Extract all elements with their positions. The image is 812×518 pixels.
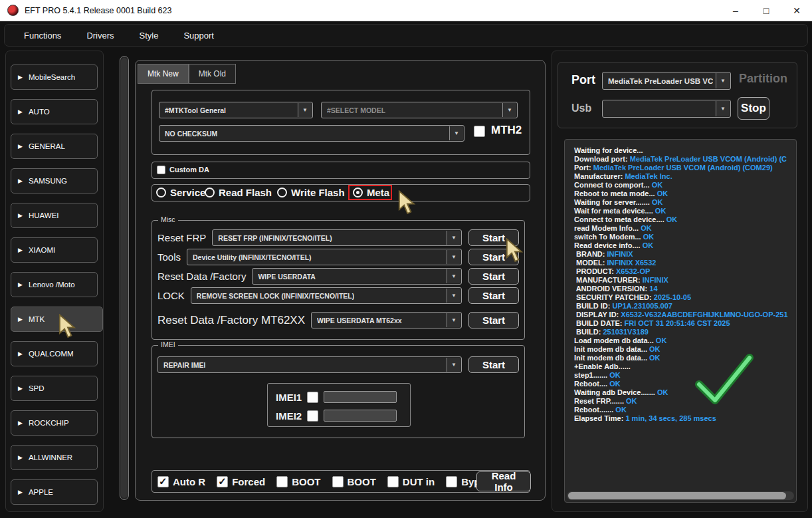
mode-service[interactable]: Service (156, 187, 205, 198)
imei1-input[interactable] (324, 391, 397, 403)
model-select[interactable]: #SELECT MODEL ▼ (321, 102, 518, 118)
sidebar-item-label: HUAWEI (29, 211, 59, 219)
reset-data-start-button[interactable]: Start (468, 268, 519, 285)
log-line-text: MODEL: (574, 259, 607, 267)
mth2-checkbox[interactable] (474, 126, 485, 137)
dut-option[interactable]: DUT in (387, 476, 435, 487)
sidebar-item-spd[interactable]: ▶SPD (11, 376, 98, 401)
log-line-text: switch To Modem... (574, 233, 643, 241)
menu-style[interactable]: Style (127, 31, 171, 41)
imei2-input[interactable] (324, 410, 397, 422)
tools-start-button[interactable]: Start (468, 249, 519, 265)
log-line-value: MediaTek PreLoader USB VCOM (Android) (C… (593, 164, 773, 172)
menu-functions[interactable]: Functions (11, 31, 74, 41)
menu-support[interactable]: Support (171, 31, 227, 41)
sidebar-item-huawei[interactable]: ▶HUAWEI (11, 203, 98, 228)
lock-select[interactable]: REMOVE SCREEN LOCK (INFINIX/TECNO/ITEL)▼ (191, 287, 462, 304)
mode-write-flash[interactable]: Write Flash (277, 187, 345, 198)
mode-label: Read Flash (219, 187, 272, 198)
repair-imei-start-button[interactable]: Start (468, 356, 519, 373)
sidebar-item-mobilesearch[interactable]: ▶MobileSearch (11, 65, 98, 90)
maximize-button[interactable]: □ (751, 0, 781, 21)
reset-data-select[interactable]: WIPE USERDATA▼ (252, 268, 462, 285)
tab-mtk-new[interactable]: Mtk New (138, 64, 189, 84)
boot2-option[interactable]: BOOT (332, 476, 376, 487)
sidebar-item-xiaomi[interactable]: ▶XIAOMI (11, 237, 98, 263)
port-label: Port (571, 73, 595, 87)
log-line: Download port: MediaTek PreLoader USB VC… (574, 155, 793, 164)
mode-label: Service (170, 187, 205, 198)
log-line: Waiting adb Device....... OK (574, 388, 793, 397)
tab-mtk-old[interactable]: Mtk Old (189, 64, 236, 84)
log-lines: Waiting for device...Download port: Medi… (574, 146, 793, 423)
main-vertical-scrollbar[interactable] (120, 56, 129, 500)
sidebar-item-lenovo-moto[interactable]: ▶Lenovo /Moto (11, 272, 98, 297)
reset-data-mt62xx-select[interactable]: WIPE USERDATA MT62xx▼ (311, 312, 462, 328)
sidebar-item-apple[interactable]: ▶APPLE (11, 479, 98, 505)
sidebar-item-qualcomm[interactable]: ▶QUALCOMM (11, 341, 98, 366)
success-checkmark-icon (692, 354, 756, 410)
imei1-checkbox[interactable] (307, 392, 318, 403)
tools-select[interactable]: Device Utility (INFINIX/TECNO/ITEL)▼ (187, 249, 462, 265)
usb-select[interactable]: ▼ (602, 100, 731, 118)
log-line: DISPLAY ID: X6532-V632AABCDEFGHIJKLMNO-U… (574, 311, 793, 319)
meta-highlight-box (348, 185, 392, 200)
read-info-button[interactable]: Read Info (476, 471, 531, 491)
log-line-value: 251031V3189 (603, 328, 649, 336)
chevron-down-icon: ▼ (447, 313, 460, 327)
minimize-button[interactable]: – (720, 0, 751, 21)
checksum-select-value: NO CHECKSUM (165, 130, 217, 138)
reset-frp-select-value: RESET FRP (INFINIX/TECNO/ITEL) (218, 234, 332, 242)
tool-select[interactable]: #MTKTool General ▼ (159, 102, 313, 118)
close-button[interactable]: ✕ (781, 0, 812, 21)
reset-frp-start-button[interactable]: Start (468, 229, 519, 246)
sidebar-item-label: SPD (29, 384, 45, 392)
log-line-value: OK (643, 241, 654, 249)
tools-label: Tools (157, 251, 181, 263)
log-line-text: BUILD DATE: (574, 319, 625, 327)
log-line-text: Waiting adb Device....... (574, 388, 657, 396)
log-line-value: OK (641, 224, 652, 232)
boot1-option[interactable]: BOOT (276, 476, 320, 487)
sidebar-item-mtk[interactable]: ▶MTK (11, 307, 103, 332)
sidebar-item-label: MTK (29, 315, 45, 323)
log-line-text: BUILD ID: (574, 302, 612, 310)
option-label: Auto R (173, 476, 205, 487)
log-line-text: +Enable Adb...... (574, 362, 631, 370)
imei2-checkbox[interactable] (307, 410, 318, 422)
log-line-text: Reboot....... (574, 406, 615, 414)
lock-label: LOCK (157, 290, 185, 301)
sidebar-item-samsung[interactable]: ▶SAMSUNG (11, 168, 98, 194)
scrollbar-thumb[interactable] (568, 492, 786, 499)
partition-button: Partition (739, 72, 787, 86)
stop-button[interactable]: Stop (738, 97, 769, 120)
lock-start-button[interactable]: Start (468, 287, 519, 304)
log-line-value: INFINIX (643, 276, 668, 284)
log-horizontal-scrollbar[interactable] (567, 491, 794, 500)
sidebar-item-auto[interactable]: ▶AUTO (11, 99, 98, 124)
log-line: Reset FRP....... OK (574, 397, 793, 406)
menu-drivers[interactable]: Drivers (74, 31, 126, 41)
checksum-select[interactable]: NO CHECKSUM ▼ (159, 125, 464, 142)
log-line-value: OK (652, 181, 663, 189)
repair-imei-select[interactable]: REPAIR IMEI▼ (157, 356, 462, 373)
reset-frp-select[interactable]: RESET FRP (INFINIX/TECNO/ITEL)▼ (212, 229, 462, 246)
sidebar-item-general[interactable]: ▶GENERAL (11, 134, 98, 159)
log-line: Wait for meta device.... OK (574, 207, 793, 215)
sidebar-item-rockchip[interactable]: ▶ROCKCHIP (11, 410, 98, 436)
port-select[interactable]: MediaTek PreLoader USB VC ▼ (602, 72, 731, 90)
log-line-value: OK (649, 345, 660, 353)
window-controls: – □ ✕ (720, 0, 812, 21)
mode-read-flash[interactable]: Read Flash (205, 187, 272, 198)
custom-da-checkbox[interactable] (157, 166, 165, 174)
reset-frp-label: Reset FRP (157, 232, 206, 243)
forced-option[interactable]: Forced (217, 476, 265, 487)
log-line-value: X6532-V632AABCDEFGHIJKLMNO-UGO-OP-251 (621, 311, 787, 319)
auto-reboot-option[interactable]: Auto R (157, 476, 205, 487)
reset-data-mt62xx-start-button[interactable]: Start (468, 312, 519, 328)
sidebar-item-allwinner[interactable]: ▶ALLWINNER (11, 445, 98, 470)
imei2-label: IMEI2 (276, 410, 302, 422)
chevron-down-icon: ▼ (447, 358, 460, 372)
scrollbar-thumb[interactable] (121, 58, 128, 498)
sidebar-item-label: APPLE (29, 488, 53, 496)
